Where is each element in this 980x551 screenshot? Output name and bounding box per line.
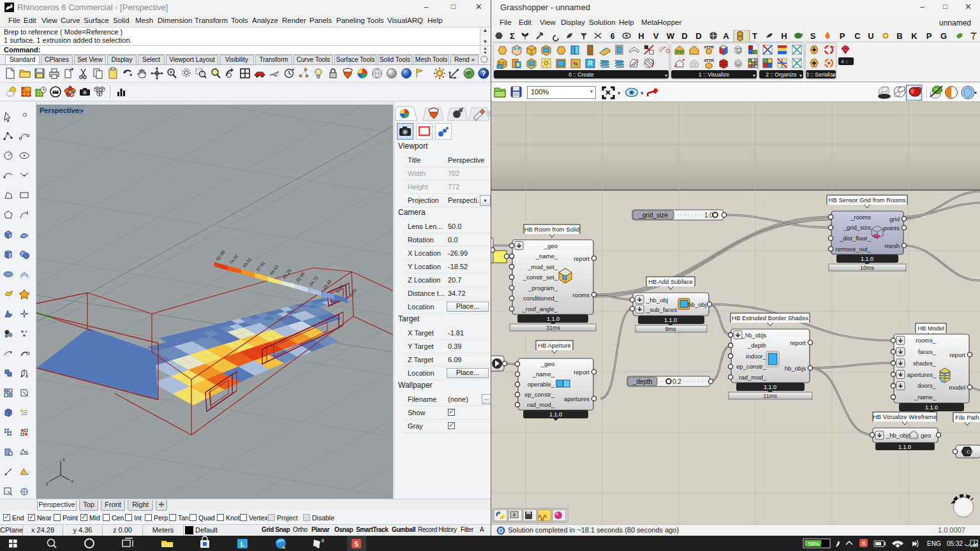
- svg-text:H: H: [781, 31, 787, 41]
- svg-text:1.1.0: 1.1.0: [764, 384, 776, 390]
- svg-text:_rooms: _rooms: [850, 214, 871, 221]
- svg-text:z: z: [63, 457, 65, 462]
- svg-text:_grid_size: _grid_size: [843, 224, 871, 231]
- svg-text:6: 6: [322, 538, 324, 543]
- svg-text:apertures: apertures: [564, 395, 590, 402]
- svg-text:Perspective: Perspective: [40, 107, 79, 114]
- svg-text:rooms: rooms: [573, 291, 590, 298]
- svg-text:P: P: [840, 31, 845, 41]
- svg-text:1 :: Visualize: 1 :: Visualize: [699, 71, 729, 78]
- svg-text:conditioned_: conditioned_: [523, 295, 558, 302]
- svg-text:|▾: |▾: [79, 108, 84, 114]
- svg-text:ENG: ENG: [927, 540, 941, 547]
- svg-text:1.1.0: 1.1.0: [547, 316, 560, 322]
- svg-text:File Path: File Path: [955, 414, 979, 421]
- svg-text:59%: 59%: [808, 541, 819, 547]
- svg-text:10ms: 10ms: [860, 265, 875, 271]
- svg-text:▾: ▾: [753, 73, 755, 78]
- svg-text:?: ?: [482, 70, 486, 77]
- svg-text:rad_mod_: rad_mod_: [739, 374, 766, 381]
- svg-text:_sub_faces: _sub_faces: [646, 306, 678, 313]
- svg-text:W: W: [667, 31, 675, 41]
- svg-text:report: report: [574, 369, 590, 376]
- svg-text:0.2: 0.2: [672, 378, 681, 385]
- svg-text:▾: ▾: [618, 90, 621, 96]
- svg-text:report: report: [790, 339, 806, 346]
- svg-text:doors_: doors_: [917, 382, 937, 389]
- svg-text:4 ::: 4 ::: [841, 59, 848, 64]
- svg-text:_name_: _name_: [535, 253, 558, 260]
- svg-text:T: T: [752, 31, 757, 41]
- svg-text:HB Room from Solid: HB Room from Solid: [524, 226, 580, 233]
- svg-text:report: report: [574, 255, 590, 262]
- svg-text:B: B: [896, 31, 902, 41]
- svg-text:model: model: [949, 384, 965, 391]
- svg-text:_name_: _name_: [914, 393, 937, 400]
- svg-text:x: x: [71, 478, 73, 484]
- svg-text:11ms: 11ms: [763, 393, 777, 399]
- svg-text:_depth: _depth: [632, 378, 653, 385]
- svg-text:U: U: [868, 31, 873, 41]
- svg-text:_program_: _program_: [528, 284, 558, 291]
- svg-text:hb_objs: hb_objs: [785, 365, 806, 372]
- svg-text:1.1.0: 1.1.0: [898, 444, 911, 450]
- svg-text:HB Sensor Grid from Rooms: HB Sensor Grid from Rooms: [829, 196, 906, 203]
- svg-text:▾: ▾: [832, 73, 835, 78]
- svg-text:S: S: [810, 31, 816, 41]
- svg-text:▾: ▾: [665, 73, 667, 78]
- svg-text:S: S: [354, 541, 359, 548]
- svg-text:9ms: 9ms: [665, 326, 676, 332]
- svg-text:HB Aperture: HB Aperture: [538, 342, 571, 349]
- svg-text:_roof_angle_: _roof_angle_: [522, 305, 558, 312]
- svg-text:G: G: [940, 31, 947, 41]
- svg-text:shades_: shades_: [913, 360, 937, 367]
- svg-text:ep_constr_: ep_constr_: [524, 391, 555, 398]
- svg-text:S: S: [861, 540, 865, 547]
- svg-text:HB Vizualize Wireframe: HB Vizualize Wireframe: [873, 413, 937, 420]
- svg-text:R: R: [588, 60, 593, 67]
- svg-text:A: A: [723, 31, 729, 41]
- svg-text:rad_mod_: rad_mod_: [527, 401, 554, 408]
- svg-text:1.1.0: 1.1.0: [861, 256, 873, 262]
- svg-text:%: %: [573, 61, 578, 67]
- svg-text:points: points: [884, 224, 900, 231]
- svg-text:_name_: _name_: [532, 371, 555, 378]
- svg-text:L: L: [241, 540, 245, 548]
- svg-text:_mod_set_: _mod_set_: [527, 263, 558, 270]
- svg-text:ATTR: ATTR: [704, 59, 714, 62]
- svg-text:▾: ▾: [641, 90, 644, 96]
- svg-text:ep_constr_: ep_constr_: [736, 363, 767, 370]
- svg-text:_depth: _depth: [747, 342, 766, 349]
- svg-text:0 :: Create: 0 :: Create: [568, 71, 594, 78]
- svg-text:report: report: [949, 351, 965, 358]
- svg-text:05:32 ط.ب: 05:32 ط.ب: [947, 540, 978, 547]
- svg-text:rooms_: rooms_: [916, 337, 936, 344]
- svg-text:HB Extruded Border Shades: HB Extruded Border Shades: [732, 314, 808, 321]
- svg-text:D: D: [681, 31, 687, 41]
- svg-text:▾: ▾: [799, 73, 802, 78]
- svg-text:HB Add Subface: HB Add Subface: [648, 278, 693, 285]
- svg-text:geo: geo: [921, 432, 931, 439]
- svg-text:_hb_obj: _hb_obj: [646, 297, 668, 304]
- svg-text:P: P: [926, 31, 932, 41]
- svg-text:V: V: [653, 31, 659, 41]
- svg-text:operable_: operable_: [528, 381, 555, 388]
- svg-text:C:/: C:/: [967, 450, 972, 454]
- svg-text:remove_out_: remove_out_: [836, 246, 872, 253]
- svg-text:_hb_objs: _hb_objs: [886, 432, 911, 439]
- svg-text:1.1.0: 1.1.0: [664, 317, 677, 323]
- svg-text:y: y: [46, 480, 48, 486]
- svg-text:2 :: Organize: 2 :: Organize: [766, 71, 797, 78]
- svg-text:K: K: [911, 31, 917, 41]
- svg-text:31ms: 31ms: [546, 325, 561, 331]
- svg-text:1.1.0: 1.1.0: [549, 411, 562, 418]
- svg-text:A: A: [737, 62, 739, 66]
- svg-text:1: 1: [738, 48, 740, 52]
- svg-text:Σ: Σ: [510, 31, 515, 41]
- svg-text:grid: grid: [889, 216, 900, 223]
- svg-text:_hb_objs: _hb_objs: [741, 332, 766, 339]
- svg-text:_dist_floor_: _dist_floor_: [839, 235, 872, 242]
- svg-text:apertures_: apertures_: [907, 371, 937, 378]
- svg-text:6: 6: [611, 32, 615, 41]
- svg-text:1.1.0: 1.1.0: [925, 404, 938, 411]
